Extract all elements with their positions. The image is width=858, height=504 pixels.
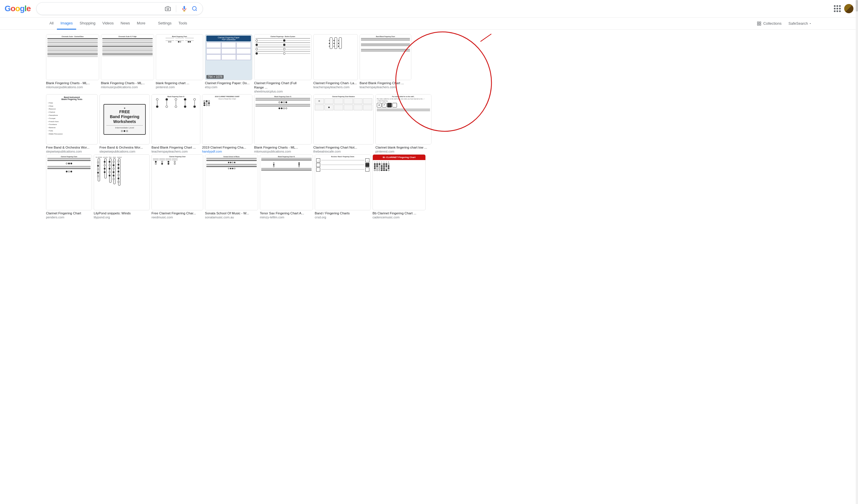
result-title: Free Clarinet Fingering Char... xyxy=(152,211,203,215)
svg-point-0 xyxy=(167,8,169,10)
result-item[interactable]: Clarinet Fingering Chart xyxy=(152,154,203,219)
tab-more[interactable]: More xyxy=(133,18,149,30)
result-title: Clarinet Fingering Chart (Full Range ... xyxy=(254,81,306,90)
camera-search-icon[interactable] xyxy=(164,5,171,12)
tab-all[interactable]: All xyxy=(46,18,57,30)
result-source: crsd.org xyxy=(315,215,371,219)
result-source: mimzy-lefilm.com xyxy=(260,215,313,219)
result-item[interactable]: Clarinet Fingering Chart- La... teachers… xyxy=(313,34,358,89)
result-title: Blank Fingering Charts - ML... xyxy=(101,81,153,85)
result-title: Clarinet Fingering Chart Not... xyxy=(313,145,365,150)
result-title: Blank Fingering Charts - ML... xyxy=(254,145,306,150)
result-title: Clarinet Fingering Paper: Do... xyxy=(205,81,252,85)
result-source: cadencemusic.com xyxy=(372,215,426,219)
result-title: Band Blank Fingering Chart ... xyxy=(360,81,411,85)
result-item[interactable]: Clarinet Fingering Chart Notation xyxy=(313,94,374,153)
result-item[interactable]: Clarinet Fingerings - Boehm System xyxy=(254,34,312,93)
tab-shopping[interactable]: Shopping xyxy=(76,18,99,30)
user-avatar[interactable] xyxy=(844,4,853,13)
result-item[interactable]: Band InstrumentBlank Fingering Tests • F… xyxy=(46,94,98,153)
result-title: Bb Clarinet Fingering Chart ... xyxy=(372,211,424,215)
result-source: sheetmusicplus.com xyxy=(254,90,312,93)
result-source: penders.com xyxy=(46,215,92,219)
nav-right: Collections SafeSearch xyxy=(753,19,812,28)
result-item[interactable]: Blank Fingering Chart xyxy=(156,34,203,89)
svg-rect-8 xyxy=(758,24,759,25)
result-source: mlomusicpublications.com xyxy=(101,85,154,89)
tab-images[interactable]: Images xyxy=(57,18,76,30)
image-size-badge: 794 × 1078 xyxy=(206,75,224,79)
result-item[interactable]: Sonata School of Music xyxy=(205,154,258,219)
result-source: pinterest.com xyxy=(156,85,203,89)
result-title: Tenor Sax Fingering Chart A... xyxy=(260,211,312,215)
result-item[interactable]: tin-whistle piccolo xyxy=(94,154,150,219)
voice-search-icon[interactable] xyxy=(181,5,188,12)
result-source: teacherspayteachers.com xyxy=(152,150,200,153)
result-item[interactable]: 2019 CLARINET FINGERING CHART How to Rea… xyxy=(202,94,252,153)
tab-settings[interactable]: Settings xyxy=(155,18,175,30)
tab-news[interactable]: News xyxy=(117,18,134,30)
result-item[interactable]: Blank Fingering Chart #1 xyxy=(254,94,312,153)
result-source: lilypond.org xyxy=(94,215,150,219)
result-item[interactable]: Chromatic Scale #1 F High xyxy=(101,34,154,89)
result-source: etsy.com xyxy=(205,85,252,89)
result-title: LilyPond snippets: Winds xyxy=(94,211,145,215)
result-item[interactable]: Band Blank Fingering Chart xyxy=(360,34,411,89)
result-item[interactable]: Clarinet Fingering PaperPDF Download xyxy=(205,34,252,89)
result-row-3: Clarinet Fingering Chart xyxy=(46,154,812,219)
tab-videos[interactable]: Videos xyxy=(99,18,117,30)
google-logo[interactable]: Google xyxy=(5,4,30,13)
result-item[interactable]: Blank Fingering Chart #1 xyxy=(152,94,200,153)
result-source: handypdf.com xyxy=(202,150,252,153)
search-icons xyxy=(164,5,198,12)
result-title: Clarinet blank fingering chart low ... xyxy=(376,145,427,150)
result-source: mlomusicpublications.com xyxy=(46,85,99,89)
result-item[interactable]: Bcclone / Band / Fingering Charts ♩ ♪ xyxy=(315,154,371,219)
collections-label: Collections xyxy=(763,21,781,26)
result-title: Free Band & Orchestra Wor... xyxy=(46,145,98,150)
search-bar: blank clarinet fingering chart xyxy=(36,2,203,15)
safe-search-button[interactable]: SafeSearch xyxy=(789,21,812,26)
result-source: mlomusicpublications.com xyxy=(254,150,312,153)
result-source: pinterest.com xyxy=(376,150,431,153)
result-title: Band / Fingering Charts xyxy=(315,211,366,215)
result-item[interactable]: Put notes called for on the staff... Put… xyxy=(376,94,431,153)
svg-point-3 xyxy=(193,6,196,10)
result-title: Sonata School Of Music - W... xyxy=(205,211,257,215)
navigation: All Images Shopping Videos News More Set… xyxy=(0,18,858,30)
result-row-1: Chromatic Scale - Clarinet/Oboe xyxy=(46,34,812,93)
result-source: reedmusic.com xyxy=(152,215,203,219)
result-title: 2019 Clarinet Fingering Cha... xyxy=(202,145,252,150)
result-title: blank fingering chart ... xyxy=(156,81,203,85)
results-container: Chromatic Scale - Clarinet/Oboe xyxy=(0,30,858,225)
result-item[interactable]: B♭ CLARINET Fingering Chart C xyxy=(372,154,426,219)
result-title: Clarinet Fingering Chart- La... xyxy=(313,81,358,85)
svg-rect-5 xyxy=(758,22,759,23)
page-wrapper: Google blank clarinet fingering chart xyxy=(0,0,858,225)
result-item[interactable]: ★ FREEBand FingeringWorksheets Intermedi… xyxy=(99,94,150,153)
result-title: Band Blank Fingering Chart ... xyxy=(152,145,200,150)
search-input[interactable]: blank clarinet fingering chart xyxy=(41,6,162,11)
result-item[interactable]: Chromatic Scale - Clarinet/Oboe xyxy=(46,34,99,89)
result-item[interactable]: Blank Fingering Chart #1 xyxy=(260,154,313,219)
header: Google blank clarinet fingering chart xyxy=(0,0,858,18)
result-title: Clarinet Fingering Chart xyxy=(46,211,92,215)
result-source: sonatamusic.com.au xyxy=(205,215,258,219)
header-right xyxy=(834,4,853,13)
result-source: thebeatnixcafe.com xyxy=(313,150,374,153)
tab-tools[interactable]: Tools xyxy=(175,18,191,30)
collections-button[interactable]: Collections xyxy=(753,19,785,28)
svg-rect-7 xyxy=(760,24,761,25)
result-source: stepwisepublications.com xyxy=(99,150,150,153)
google-search-icon[interactable] xyxy=(191,5,198,12)
svg-rect-6 xyxy=(760,22,761,23)
result-title: Blank Fingering Charts - ML... xyxy=(46,81,98,85)
result-row-2: Band InstrumentBlank Fingering Tests • F… xyxy=(46,94,812,153)
result-source: teacherspayteachers.com xyxy=(360,85,411,89)
svg-line-4 xyxy=(196,10,197,11)
result-title: Free Band & Orchestra Wor... xyxy=(99,145,150,150)
apps-icon[interactable] xyxy=(834,5,841,12)
result-source: teacherspayteachers.com xyxy=(313,85,358,89)
safe-search-label: SafeSearch xyxy=(789,21,808,26)
result-item[interactable]: Clarinet Fingering Chart xyxy=(46,154,92,219)
